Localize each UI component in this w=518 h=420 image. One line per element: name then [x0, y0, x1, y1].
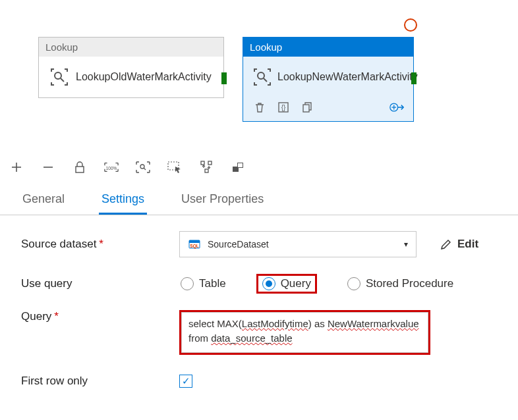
code-icon[interactable]: {}: [276, 100, 291, 115]
zoom-fit-icon[interactable]: [136, 160, 150, 174]
query-label: Query*: [21, 310, 179, 323]
radio-table[interactable]: Table: [181, 277, 226, 290]
add-output-icon[interactable]: [389, 100, 404, 115]
chevron-down-icon: ▾: [404, 240, 408, 249]
highlight-circle: [404, 18, 417, 32]
use-query-label: Use query: [21, 277, 179, 290]
sql-dataset-icon: SQL: [188, 238, 201, 251]
source-dataset-dropdown[interactable]: SQL SourceDataset ▾: [179, 231, 417, 257]
first-row-only-label: First row only: [21, 375, 179, 388]
svg-point-2: [258, 72, 264, 79]
activity-success-connector[interactable]: [221, 72, 227, 84]
properties-tabs: General Settings User Properties: [0, 183, 518, 215]
select-icon[interactable]: [167, 160, 182, 174]
lock-icon[interactable]: [72, 160, 87, 174]
svg-rect-27: [238, 163, 243, 167]
lookup-icon: [252, 66, 272, 88]
svg-text:{}: {}: [281, 104, 286, 111]
remove-icon[interactable]: [41, 160, 55, 174]
source-dataset-value: SourceDataset: [208, 239, 269, 249]
auto-layout-icon[interactable]: [199, 160, 214, 174]
svg-rect-20: [208, 161, 212, 165]
svg-text:SQL: SQL: [190, 244, 198, 249]
svg-rect-14: [76, 167, 84, 172]
layers-icon[interactable]: [231, 160, 245, 174]
svg-text:100%: 100%: [106, 166, 117, 171]
tab-user-properties[interactable]: User Properties: [179, 188, 266, 215]
svg-rect-29: [189, 240, 200, 243]
svg-line-17: [144, 168, 146, 170]
source-dataset-label: Source dataset*: [21, 238, 179, 251]
activity-name: LookupNewWaterMarkActivity: [277, 70, 418, 84]
first-row-only-checkbox[interactable]: ✓: [179, 375, 192, 388]
tab-settings[interactable]: Settings: [99, 188, 147, 215]
svg-line-3: [264, 78, 267, 82]
pencil-icon: [440, 238, 452, 250]
add-icon[interactable]: [9, 160, 24, 174]
svg-line-1: [61, 78, 64, 82]
activity-name: LookupOldWaterMarkActivity: [76, 70, 217, 84]
activity-type-label: Lookup: [243, 38, 413, 57]
activity-success-connector[interactable]: [411, 72, 417, 84]
settings-panel: Source dataset* SQL SourceDataset ▾ Edit…: [0, 215, 518, 394]
pipeline-canvas[interactable]: Lookup LookupOldWaterMarkActivity Lookup: [0, 0, 518, 151]
delete-icon[interactable]: [252, 100, 267, 115]
radio-query[interactable]: Query: [262, 277, 311, 290]
canvas-toolbar: 100%: [0, 151, 518, 183]
activity-lookup-new-watermark[interactable]: Lookup LookupNewWaterMarkActivity {}: [243, 37, 414, 122]
zoom-100-icon[interactable]: 100%: [104, 160, 119, 174]
svg-rect-21: [205, 169, 208, 172]
tab-general[interactable]: General: [20, 188, 67, 215]
activity-lookup-old-watermark[interactable]: Lookup LookupOldWaterMarkActivity: [38, 37, 224, 98]
svg-rect-6: [303, 105, 309, 112]
radio-stored-procedure[interactable]: Stored Procedure: [347, 277, 453, 290]
svg-point-0: [55, 72, 61, 79]
activity-type-label: Lookup: [39, 38, 223, 57]
svg-rect-19: [201, 161, 204, 165]
query-input[interactable]: select MAX(LastModifytime) as NewWaterma…: [181, 312, 428, 353]
lookup-icon: [48, 66, 71, 88]
copy-icon[interactable]: [300, 100, 314, 115]
edit-dataset-button[interactable]: Edit: [440, 238, 478, 251]
